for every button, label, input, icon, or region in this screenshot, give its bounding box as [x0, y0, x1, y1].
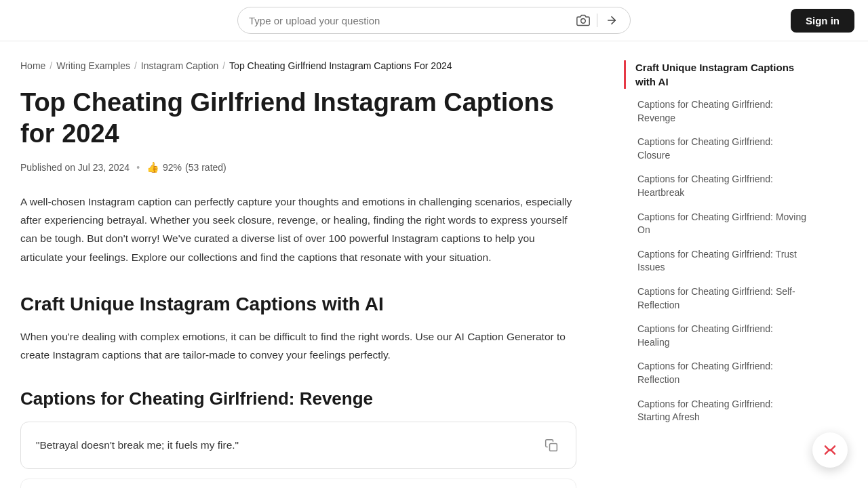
caption-card-2: [20, 479, 576, 488]
breadcrumb-instagram-caption[interactable]: Instagram Caption: [141, 60, 218, 71]
sign-in-button[interactable]: Sign in: [791, 9, 854, 33]
breadcrumb-sep-3: /: [222, 60, 225, 71]
toc-item-5[interactable]: Captions for Cheating Girlfriend: Self-R…: [624, 280, 807, 317]
toc-link-6[interactable]: Captions for Cheating Girlfriend: Healin…: [637, 323, 807, 349]
rating-percent: 92%: [163, 162, 182, 173]
thumbs-up-icon: 👍: [146, 161, 159, 174]
rating: 👍 92% (53 rated): [146, 161, 226, 174]
published-date: Published on Jul 23, 2024: [20, 162, 130, 173]
toc-link-3[interactable]: Captions for Cheating Girlfriend: Moving…: [637, 211, 807, 237]
meta-dot: •: [136, 162, 140, 173]
breadcrumb-home[interactable]: Home: [20, 60, 45, 71]
camera-icon[interactable]: [576, 14, 590, 27]
toc-link-5[interactable]: Captions for Cheating Girlfriend: Self-R…: [637, 285, 807, 312]
section1-heading: Craft Unique Instagram Captions with AI: [20, 293, 576, 315]
caption-text: "Betrayal doesn't break me; it fuels my …: [36, 439, 542, 451]
toc-item-3[interactable]: Captions for Cheating Girlfriend: Moving…: [624, 205, 807, 243]
toc-item-8[interactable]: Captions for Cheating Girlfriend: Starti…: [624, 392, 807, 430]
toc-item-2[interactable]: Captions for Cheating Girlfriend: Heartb…: [624, 167, 807, 205]
caption-card: "Betrayal doesn't break me; it fuels my …: [20, 422, 576, 469]
copy-button[interactable]: [542, 436, 561, 455]
float-widget-button[interactable]: [812, 432, 848, 468]
sidebar: Craft Unique Instagram Captions with AI …: [604, 41, 807, 488]
content-area: Home / Writing Examples / Instagram Capt…: [20, 41, 604, 488]
toc-item-7[interactable]: Captions for Cheating Girlfriend: Reflec…: [624, 354, 807, 392]
search-submit-button[interactable]: [604, 13, 619, 28]
toc-link-0[interactable]: Captions for Cheating Girlfriend: Reveng…: [637, 98, 807, 125]
sidebar-toc: Craft Unique Instagram Captions with AI …: [624, 60, 807, 430]
breadcrumb-sep-1: /: [50, 60, 52, 71]
search-bar: [237, 7, 631, 34]
breadcrumb: Home / Writing Examples / Instagram Capt…: [20, 60, 576, 71]
article-intro: A well-chosen Instagram caption can perf…: [20, 192, 576, 266]
breadcrumb-writing-examples[interactable]: Writing Examples: [56, 60, 130, 71]
search-divider: [597, 14, 597, 27]
toc-link-4[interactable]: Captions for Cheating Girlfriend: Trust …: [637, 248, 807, 274]
toc-item-1[interactable]: Captions for Cheating Girlfriend: Closur…: [624, 130, 807, 167]
article-title: Top Cheating Girlfriend Instagram Captio…: [20, 87, 576, 149]
toc-item-6[interactable]: Captions for Cheating Girlfriend: Healin…: [624, 317, 807, 354]
breadcrumb-sep-2: /: [134, 60, 137, 71]
toc-item-4[interactable]: Captions for Cheating Girlfriend: Trust …: [624, 243, 807, 280]
svg-point-0: [581, 19, 586, 24]
section1-desc: When you're dealing with complex emotion…: [20, 327, 576, 364]
toc-active-label: Craft Unique Instagram Captions with AI: [635, 62, 794, 87]
breadcrumb-current: Top Cheating Girlfriend Instagram Captio…: [229, 60, 452, 71]
topbar: Sign in: [0, 0, 868, 41]
article-meta: Published on Jul 23, 2024 • 👍 92% (53 ra…: [20, 161, 576, 174]
main-layout: Home / Writing Examples / Instagram Capt…: [0, 41, 868, 488]
toc-active-item[interactable]: Craft Unique Instagram Captions with AI: [624, 60, 807, 89]
toc-link-1[interactable]: Captions for Cheating Girlfriend: Closur…: [637, 136, 807, 162]
toc-link-2[interactable]: Captions for Cheating Girlfriend: Heartb…: [637, 173, 807, 199]
section2-heading: Captions for Cheating Girlfriend: Reveng…: [20, 388, 576, 409]
toc-link-7[interactable]: Captions for Cheating Girlfriend: Reflec…: [637, 360, 807, 386]
toc-link-8[interactable]: Captions for Cheating Girlfriend: Starti…: [637, 398, 807, 424]
rating-count: (53 rated): [185, 162, 226, 173]
svg-rect-2: [550, 443, 557, 451]
toc-item-0[interactable]: Captions for Cheating Girlfriend: Reveng…: [624, 93, 807, 130]
search-input[interactable]: [249, 15, 570, 26]
svg-point-4: [829, 449, 831, 451]
